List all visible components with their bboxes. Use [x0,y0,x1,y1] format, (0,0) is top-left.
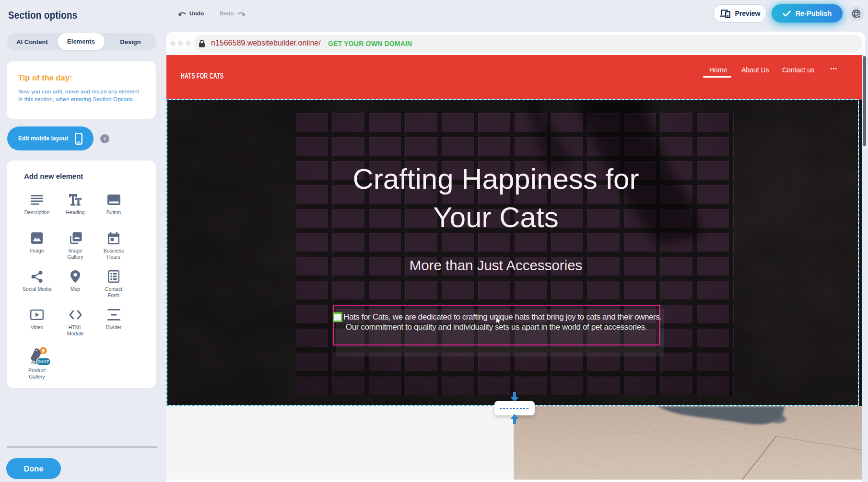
svg-text:SHOP: SHOP [37,359,49,364]
